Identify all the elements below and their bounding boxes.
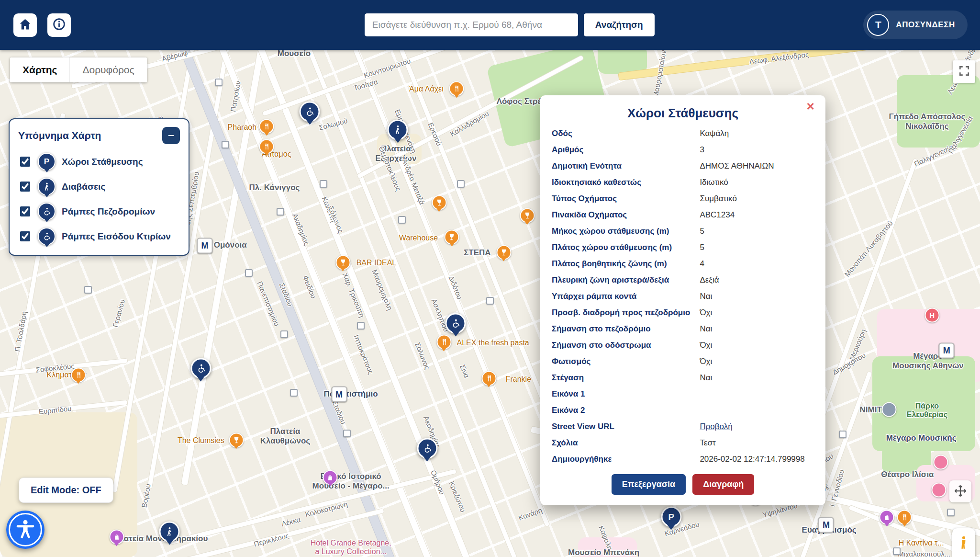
marker-bus[interactable] [947, 509, 955, 516]
tab-map[interactable]: Χάρτης [10, 57, 69, 82]
legend-checkbox[interactable] [20, 206, 30, 216]
popup-field-label: Υπάρχει ράμπα κοντά [552, 292, 700, 301]
popup-field-row: Πλάτος βοηθητικής ζώνης (m) 4 [552, 256, 814, 272]
popup-field-value: Τεστ [700, 438, 814, 448]
marker-bus[interactable] [357, 322, 365, 330]
popup-field-row: Αριθμός 3 [552, 142, 814, 158]
marker-pin-ramp[interactable] [190, 358, 211, 378]
tab-satellite[interactable]: Δορυφόρος [69, 57, 146, 82]
edit-mode-toggle[interactable]: Edit Mode: OFF [19, 477, 113, 503]
marker-bus[interactable] [457, 180, 465, 188]
map-canvas[interactable]: ΜουσείοΑβέρωφΚουντουριώτουΤοσίτσαΆμα Λάχ… [0, 0, 980, 557]
address-search: Αναζήτηση [365, 13, 655, 36]
marker-bus[interactable] [245, 269, 253, 277]
edit-button[interactable]: Επεξεργασία [612, 474, 686, 495]
park-area [598, 45, 646, 73]
pegman-button[interactable] [952, 528, 975, 557]
popup-close-button[interactable]: ✕ [803, 101, 818, 113]
popup-field-row: Προσβ. διαδρομή προς πεζοδρόμιο Όχι [552, 305, 814, 321]
marker-pin-crossing[interactable] [159, 521, 180, 542]
street-view-link[interactable]: Προβολή [700, 422, 814, 432]
marker-bus[interactable] [277, 208, 284, 216]
marker-food[interactable] [71, 367, 86, 382]
accessibility-widget-button[interactable] [6, 511, 45, 549]
marker-drink[interactable] [229, 432, 244, 447]
marker-bus[interactable] [486, 297, 494, 305]
marker-bus[interactable] [893, 547, 901, 555]
marker-food[interactable] [259, 119, 274, 134]
marker-food[interactable] [449, 81, 464, 96]
popup-field-row: Οδός Καψάλη [552, 125, 814, 142]
marker-pin-ramp[interactable] [300, 101, 320, 122]
pan-arrows-icon [953, 484, 968, 500]
popup-field-label: Οδός [552, 129, 700, 138]
marker-bus[interactable] [398, 216, 406, 224]
marker-drink[interactable] [335, 255, 350, 270]
marker-attraction[interactable] [931, 483, 946, 498]
legend-checkbox[interactable] [20, 157, 30, 167]
fullscreen-button[interactable] [953, 60, 975, 83]
marker-bus[interactable] [222, 141, 229, 148]
map-label: Γερανίου [111, 298, 126, 328]
marker-shop[interactable] [880, 510, 894, 525]
popup-field-label: Street View URL [552, 422, 700, 432]
search-input[interactable] [365, 13, 578, 36]
marker-pin-parking[interactable]: P [661, 507, 681, 527]
marker-drink[interactable] [445, 230, 459, 245]
marker-drink[interactable] [520, 208, 535, 223]
marker-bus[interactable] [320, 180, 327, 188]
marker-bus[interactable] [280, 330, 288, 338]
marker-metro[interactable]: M [331, 386, 347, 402]
legend-item[interactable]: P Χώροι Στάθμευσης [18, 153, 180, 171]
legend-collapse-button[interactable]: − [162, 127, 180, 144]
marker-food[interactable] [897, 510, 912, 525]
legend-checkbox[interactable] [20, 231, 30, 241]
marker-attraction[interactable] [934, 455, 948, 470]
popup-field-label: Σήμανση στο πεζοδρόμιο [552, 324, 700, 334]
popup-field-row: Στέγαση Ναι [552, 370, 814, 386]
logout-button[interactable]: T ΑΠΟΣΥΝΔΕΣΗ [863, 11, 968, 39]
marker-bus[interactable] [215, 79, 223, 86]
legend-item[interactable]: Ράμπες Εισόδου Κτιρίων [18, 227, 180, 245]
marker-metro[interactable]: M [197, 238, 213, 253]
marker-hospital[interactable]: H [924, 308, 939, 323]
marker-drink[interactable] [496, 245, 511, 260]
pan-control-button[interactable] [949, 480, 971, 502]
delete-button[interactable]: Διαγραφή [692, 474, 754, 495]
legend-checkbox[interactable] [20, 182, 30, 192]
legend-item-label: Χώροι Στάθμευσης [62, 157, 143, 167]
marker-food[interactable] [259, 139, 274, 154]
fullscreen-icon [958, 65, 970, 79]
marker-drink[interactable] [432, 195, 446, 210]
app-root: ΜουσείοΑβέρωφΚουντουριώτουΤοσίτσαΆμα Λάχ… [0, 0, 980, 557]
feature-popup: ✕ Χώροι Στάθμευσης Οδός Καψάλη Αριθμός 3… [540, 95, 825, 505]
home-button[interactable] [13, 13, 37, 37]
marker-metro[interactable]: M [818, 517, 834, 533]
marker-metro[interactable]: M [939, 342, 955, 358]
legend-item[interactable]: Διαβάσεις [18, 178, 180, 195]
marker-food[interactable] [436, 335, 451, 350]
popup-field-value: Δεξιά [700, 275, 814, 285]
marker-shop[interactable] [109, 530, 124, 545]
marker-pin-crossing[interactable] [388, 119, 408, 140]
popup-field-row: Μήκος χώρου στάθμευσης (m) 5 [552, 223, 814, 239]
marker-bus[interactable] [290, 389, 298, 397]
popup-field-value: Όχι [700, 341, 814, 350]
map-label: Frankie [506, 375, 531, 384]
marker-pin-building[interactable] [417, 438, 437, 459]
marker-bus[interactable] [343, 430, 351, 437]
marker-food[interactable] [481, 371, 496, 386]
popup-field-row: Σχόλια Τεστ [552, 435, 814, 451]
search-button[interactable]: Αναζήτηση [584, 13, 655, 36]
popup-field-label: Δημιουργήθηκε [552, 455, 700, 464]
marker-shop[interactable] [323, 470, 338, 485]
marker-bus[interactable] [839, 431, 846, 438]
marker-pin-building[interactable] [445, 313, 466, 333]
map-label: Μονοπάτι Λυκαβηττού [843, 219, 894, 278]
marker-bus[interactable] [84, 286, 92, 294]
marker-museum[interactable] [881, 402, 896, 417]
popup-field-value: 5 [700, 243, 814, 252]
legend-item[interactable]: Ράμπες Πεζοδρομίων [18, 203, 180, 220]
info-button[interactable] [47, 13, 71, 37]
popup-field-value: Ναι [700, 324, 814, 334]
